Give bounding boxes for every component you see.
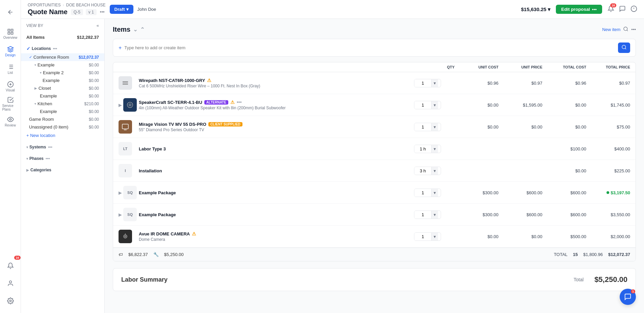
- svg-point-27: [129, 104, 131, 106]
- table-row: I Installation ▾: [113, 160, 636, 182]
- qty-input-8[interactable]: [414, 233, 431, 240]
- qty-dropdown-6[interactable]: ▾: [431, 189, 438, 197]
- topbar-more-options[interactable]: •••: [100, 9, 105, 15]
- example1-amount: $0.00: [89, 63, 99, 67]
- nav-settings[interactable]: [2, 293, 19, 309]
- conference-room-amount: $12,072.37: [79, 55, 99, 60]
- sidebar-item-kitchen[interactable]: ▾ Kitchen $210.00: [21, 100, 104, 108]
- chat-bubble[interactable]: 1: [620, 289, 636, 305]
- item-name-3: Mirage Vision TV MV 55 DS-PRO: [139, 122, 206, 127]
- systems-header[interactable]: ▾ Systems •••: [21, 143, 104, 151]
- nav-user[interactable]: [2, 275, 19, 291]
- item-total-price-3: $75.00: [586, 124, 630, 130]
- sidebar-item-closet[interactable]: ▶ Closet $0.00: [21, 84, 104, 92]
- sidebar-item-closet-example[interactable]: Example $0.00: [21, 92, 104, 100]
- qty-selector-6[interactable]: ▾: [414, 189, 441, 197]
- sidebar-item-example-1[interactable]: ▾ Example $0.00: [21, 61, 104, 69]
- add-item-search-button[interactable]: [618, 42, 630, 53]
- nav-list[interactable]: List: [2, 61, 19, 77]
- price-value: $15,630.25: [521, 6, 546, 12]
- notifications-icon[interactable]: 16: [608, 5, 614, 13]
- sidebar-item-example2[interactable]: ▾ Example 2 $0.00: [21, 69, 104, 77]
- sidebar-item-game-room[interactable]: Game Room $0.00: [21, 115, 104, 123]
- nav-review[interactable]: Review: [2, 113, 19, 130]
- item-unit-cost-1: $0.96: [455, 81, 498, 86]
- qty-dropdown-2[interactable]: ▾: [431, 101, 438, 109]
- all-items-row[interactable]: All Items $12,282.37: [21, 32, 104, 42]
- sidebar-item-unassigned[interactable]: Unassigned (0 item) $0.00: [21, 123, 104, 131]
- item-icon-1: [119, 76, 132, 90]
- footer-total-cost: $1,800.96: [583, 252, 603, 257]
- item-info-2: SpeakerCraft SC-TERR-4.1-BU ALTERNATE ⚠ …: [139, 99, 414, 110]
- row-expand-2[interactable]: ▶: [119, 103, 122, 108]
- systems-options[interactable]: •••: [48, 145, 52, 149]
- new-location-button[interactable]: + New location: [21, 131, 104, 140]
- edit-proposal-button[interactable]: Edit proposal •••: [556, 5, 602, 14]
- qty-dropdown-5[interactable]: ▾: [431, 167, 438, 175]
- nav-service-plans[interactable]: Service Plans: [2, 96, 19, 112]
- qty-dropdown-7[interactable]: ▾: [431, 211, 438, 219]
- qty-selector-5[interactable]: ▾: [414, 167, 441, 175]
- phases-label: Phases: [29, 156, 44, 161]
- nav-visual[interactable]: Visual: [2, 78, 19, 94]
- qty-input-7[interactable]: [414, 211, 431, 219]
- qty-input-3[interactable]: [414, 123, 431, 131]
- example2-chevron: ▾: [40, 71, 42, 75]
- qty-selector-4[interactable]: ▾: [414, 145, 441, 153]
- bell-icon[interactable]: [630, 5, 637, 13]
- nav-design-label: Design: [5, 53, 16, 57]
- items-expand-icon[interactable]: ⌃: [140, 26, 145, 33]
- nav-back[interactable]: [2, 4, 19, 20]
- qty-input-2[interactable]: [414, 101, 431, 109]
- qty-selector-2[interactable]: ▾: [414, 101, 441, 109]
- qty-dropdown-3[interactable]: ▾: [431, 123, 438, 131]
- qty-selector-1[interactable]: ▾: [414, 79, 441, 87]
- qty-dropdown-4[interactable]: ▾: [431, 145, 438, 153]
- nav-notifications[interactable]: 16: [2, 258, 19, 274]
- qty-input-4[interactable]: [414, 145, 431, 153]
- qty-selector-3[interactable]: ▾: [414, 123, 441, 131]
- sidebar-item-conference-room[interactable]: ✓ Conference Room $12,072.37: [21, 53, 104, 61]
- qty-selector-7[interactable]: ▾: [414, 210, 441, 219]
- item-icon-3: [119, 120, 132, 134]
- qty-dropdown-8[interactable]: ▾: [431, 233, 438, 240]
- phases-section: ▾ Phases •••: [21, 153, 104, 164]
- qty-input-6[interactable]: [414, 189, 431, 197]
- status-dropdown[interactable]: Draft ▾: [110, 5, 133, 14]
- item-icon-7: SQ: [123, 208, 137, 221]
- items-more-options[interactable]: •••: [631, 27, 636, 32]
- sidebar-item-example-l4[interactable]: Example $0.00: [21, 77, 104, 84]
- locations-options[interactable]: •••: [53, 46, 57, 51]
- search-icon[interactable]: [623, 26, 628, 33]
- kitchen-chevron: ▾: [34, 102, 36, 106]
- phases-options[interactable]: •••: [46, 156, 50, 161]
- item-info-7: Example Package: [139, 212, 414, 217]
- qty-input-1[interactable]: [414, 79, 431, 87]
- sidebar-item-kitchen-example[interactable]: Example $0.00: [21, 108, 104, 115]
- qty-selector-8[interactable]: ▾: [414, 232, 441, 241]
- nav-overview[interactable]: Overview: [2, 26, 19, 42]
- categories-chevron: ▶: [26, 168, 29, 172]
- nav-review-label: Review: [5, 123, 16, 127]
- total-price[interactable]: $15,630.25 ▾: [521, 6, 550, 12]
- nav-design[interactable]: Design: [2, 43, 19, 59]
- green-dot-6: [607, 191, 609, 194]
- chat-icon[interactable]: [619, 5, 626, 13]
- item-total-price-2: $1,745.00: [586, 103, 630, 108]
- item-options-2[interactable]: •••: [237, 99, 242, 105]
- add-item-input[interactable]: [124, 45, 615, 50]
- item-qty-8: ▾: [414, 232, 455, 241]
- labor-summary: Labor Summary Total $5,250.00: [113, 268, 636, 291]
- phases-header[interactable]: ▾ Phases •••: [21, 154, 104, 163]
- locations-header[interactable]: ✓ Locations •••: [21, 44, 104, 53]
- items-collapse-icon[interactable]: ⌄: [133, 26, 137, 33]
- row-expand-6[interactable]: ▶: [119, 190, 122, 195]
- footer-count: 15: [573, 252, 578, 257]
- closet-chevron: ▶: [34, 86, 37, 90]
- categories-header[interactable]: ▶ Categories: [21, 166, 104, 174]
- qty-input-5[interactable]: [414, 167, 431, 175]
- row-expand-7[interactable]: ▶: [119, 212, 122, 217]
- new-item-button[interactable]: New item: [602, 27, 620, 32]
- qty-dropdown-1[interactable]: ▾: [431, 79, 438, 87]
- collapse-sidebar[interactable]: «: [97, 23, 99, 28]
